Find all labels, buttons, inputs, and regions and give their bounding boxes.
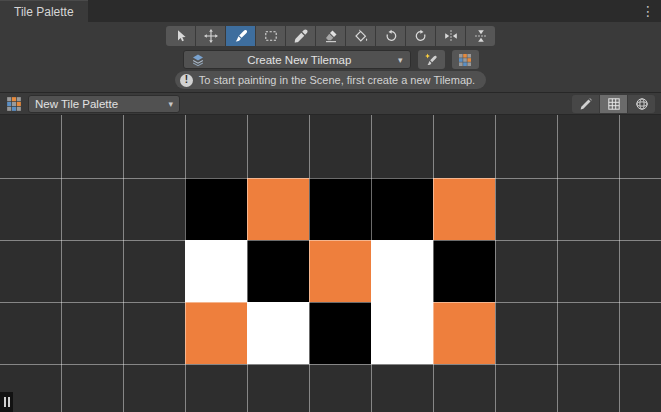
palette-select-dropdown[interactable]: New Tile Palette ▾ bbox=[28, 95, 180, 113]
box-fill-tool-button[interactable] bbox=[256, 26, 285, 46]
cursor-icon bbox=[174, 29, 188, 43]
rotate-cw-tool-button[interactable] bbox=[406, 26, 435, 46]
active-tilemap-dropdown[interactable]: Create New Tilemap ▾ bbox=[183, 50, 411, 69]
paint-brush-tool-button[interactable] bbox=[226, 26, 255, 46]
tab-bar: Tile Palette ⋮ bbox=[0, 0, 661, 22]
gizmos-button[interactable] bbox=[628, 95, 655, 113]
window-menu-icon[interactable]: ⋮ bbox=[639, 0, 657, 22]
open-tile-palette-button[interactable] bbox=[452, 50, 479, 69]
tile-orange[interactable] bbox=[309, 240, 371, 302]
tile-grid[interactable] bbox=[0, 115, 661, 412]
rotate-ccw-tool-button[interactable] bbox=[376, 26, 405, 46]
flip-y-tool-button[interactable] bbox=[466, 26, 495, 46]
chevron-down-icon: ▾ bbox=[168, 99, 173, 109]
edit-palette-button[interactable] bbox=[572, 95, 599, 113]
info-icon: ! bbox=[180, 74, 193, 87]
select-tool-button[interactable] bbox=[166, 26, 195, 46]
eraser-tool-button[interactable] bbox=[316, 26, 345, 46]
fill-bucket-tool-button[interactable] bbox=[346, 26, 375, 46]
picker-tool-button[interactable] bbox=[286, 26, 315, 46]
palette-bar: New Tile Palette ▾ bbox=[0, 92, 661, 115]
tile-white[interactable] bbox=[247, 302, 309, 364]
rotate-cw-icon bbox=[414, 29, 428, 43]
tile-orange[interactable] bbox=[433, 302, 495, 364]
tile-white[interactable] bbox=[371, 302, 433, 364]
pencil-icon bbox=[579, 97, 593, 111]
tile-orange[interactable] bbox=[247, 178, 309, 240]
tab-title: Tile Palette bbox=[14, 5, 74, 19]
grip-bar bbox=[8, 397, 10, 407]
tile-palette-grid-icon bbox=[6, 96, 22, 112]
globe-icon bbox=[635, 97, 649, 111]
edit-tilemap-button[interactable] bbox=[418, 50, 445, 69]
grid-icon bbox=[607, 97, 621, 111]
eraser-icon bbox=[324, 29, 338, 43]
tile-black[interactable] bbox=[247, 240, 309, 302]
tile-black[interactable] bbox=[309, 302, 371, 364]
info-row: ! To start painting in the Scene, first … bbox=[0, 71, 661, 89]
fill-bucket-icon bbox=[354, 29, 368, 43]
eyedropper-icon bbox=[294, 29, 308, 43]
tab-tile-palette[interactable]: Tile Palette bbox=[0, 0, 88, 22]
tile-black[interactable] bbox=[309, 178, 371, 240]
grip-bar bbox=[4, 397, 6, 407]
tile-orange[interactable] bbox=[185, 302, 247, 364]
palette-bar-buttons bbox=[572, 95, 655, 113]
info-message: To start painting in the Scene, first cr… bbox=[199, 74, 475, 86]
active-tilemap-row: Create New Tilemap ▾ bbox=[0, 50, 661, 69]
info-helpbox: ! To start painting in the Scene, first … bbox=[175, 71, 486, 89]
tile-white[interactable] bbox=[371, 240, 433, 302]
tile-tools-toolbar bbox=[0, 26, 661, 46]
dashed-box-icon bbox=[264, 29, 278, 43]
palette-select-value: New Tile Palette bbox=[35, 98, 164, 110]
tile-white[interactable] bbox=[185, 240, 247, 302]
tile-black[interactable] bbox=[371, 178, 433, 240]
resize-grip[interactable] bbox=[0, 392, 13, 412]
tile-black[interactable] bbox=[433, 240, 495, 302]
tile-orange[interactable] bbox=[433, 178, 495, 240]
flip-horizontal-icon bbox=[444, 29, 458, 43]
toggle-grid-button[interactable] bbox=[600, 95, 627, 113]
tilemap-layers-icon bbox=[191, 53, 205, 67]
brush-icon bbox=[234, 29, 248, 43]
chevron-down-icon: ▾ bbox=[398, 55, 403, 65]
tile-black[interactable] bbox=[185, 178, 247, 240]
tile-palette-grid-icon bbox=[458, 53, 472, 67]
flip-vertical-icon bbox=[474, 29, 488, 43]
rotate-ccw-icon bbox=[384, 29, 398, 43]
move-icon bbox=[204, 29, 218, 43]
move-tool-button[interactable] bbox=[196, 26, 225, 46]
brush-star-icon bbox=[424, 53, 438, 67]
active-tilemap-value: Create New Tilemap bbox=[205, 54, 394, 66]
flip-x-tool-button[interactable] bbox=[436, 26, 465, 46]
